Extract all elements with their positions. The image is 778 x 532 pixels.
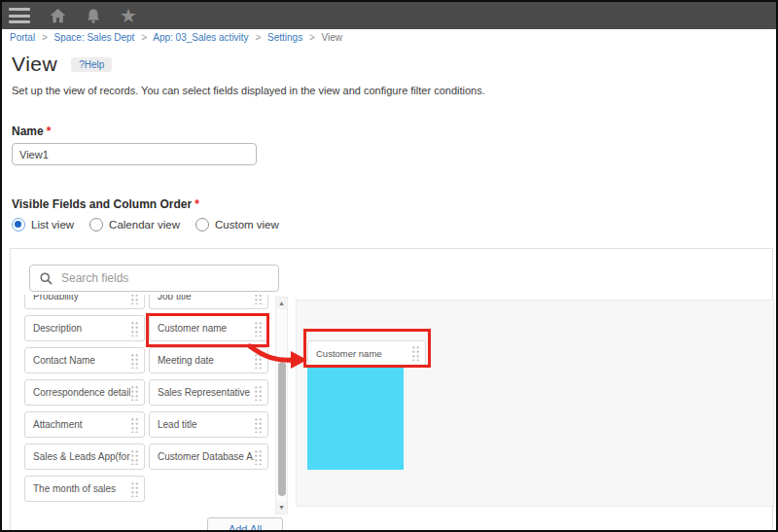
radio-button-icon[interactable] [89, 218, 103, 231]
breadcrumb-app[interactable]: App: 03_Sales activity [153, 32, 248, 43]
view-name-input[interactable] [12, 143, 257, 165]
page-description: Set up the view of records. You can sele… [12, 85, 485, 96]
star-icon[interactable]: ★ [118, 5, 139, 26]
drag-handle-icon[interactable] [254, 385, 263, 401]
field-picker-panel: Probability Description Contact Name Cor… [10, 248, 773, 532]
drag-handle-icon[interactable] [130, 353, 139, 369]
drag-handle-icon[interactable] [130, 295, 139, 304]
name-label: Name* [12, 124, 51, 138]
view-type-options: List view Calendar view Custom view [12, 218, 295, 231]
field-item-customer-name[interactable]: Customer name [149, 315, 268, 341]
scroll-down-icon[interactable]: ▼ [276, 502, 287, 514]
menu-icon[interactable] [9, 8, 30, 23]
search-icon [39, 271, 53, 286]
field-item-correspondence-details[interactable]: Correspondence details [24, 379, 145, 406]
breadcrumb-portal[interactable]: Portal [10, 32, 35, 43]
scrollbar-thumb[interactable] [278, 362, 286, 496]
field-item-month-of-sales[interactable]: The month of sales [24, 476, 145, 502]
help-link[interactable]: ?Help [71, 57, 112, 72]
add-all-button[interactable]: Add All [207, 517, 283, 532]
available-fields-list: Probability Description Contact Name Cor… [24, 295, 277, 532]
field-item-sales-representative[interactable]: Sales Representative [149, 379, 268, 406]
drag-handle-icon[interactable] [254, 353, 263, 369]
required-asterisk: * [194, 197, 199, 211]
scroll-up-icon[interactable]: ▲ [276, 298, 287, 309]
breadcrumb-space[interactable]: Space: Sales Dept [54, 32, 135, 43]
drag-handle-icon[interactable] [130, 385, 139, 401]
radio-button-icon[interactable] [195, 218, 209, 231]
drag-handle-icon[interactable] [130, 417, 139, 433]
drag-handle-icon[interactable] [254, 321, 263, 337]
drag-handle-icon[interactable] [411, 345, 420, 361]
drag-handle-icon[interactable] [130, 449, 139, 465]
bell-icon[interactable] [83, 5, 104, 26]
breadcrumb: Portal > Space: Sales Dept > App: 03_Sal… [10, 32, 342, 43]
field-list-scrollbar[interactable]: ▲ ▼ [275, 297, 288, 514]
breadcrumb-current: View [322, 32, 343, 43]
field-item-lead-title[interactable]: Lead title [149, 411, 268, 438]
field-item-probability[interactable]: Probability [24, 295, 145, 309]
radio-button-icon[interactable] [12, 218, 25, 231]
dropped-field-customer-name[interactable]: Customer name [307, 340, 426, 366]
field-item-attachment[interactable]: Attachment [24, 411, 145, 438]
drag-handle-icon[interactable] [130, 321, 139, 337]
radio-custom-view[interactable]: Custom view [195, 218, 279, 231]
field-item-meeting-date[interactable]: Meeting date [149, 347, 268, 373]
field-item-contact-name[interactable]: Contact Name [24, 347, 145, 373]
page-title: View [12, 53, 57, 76]
drop-placeholder [307, 368, 404, 470]
visible-fields-label: Visible Fields and Column Order* [12, 197, 199, 211]
search-fields-input[interactable] [61, 271, 278, 285]
search-fields-box[interactable] [29, 265, 279, 292]
drag-handle-icon[interactable] [130, 481, 139, 497]
radio-calendar-view[interactable]: Calendar view [89, 218, 180, 231]
drag-handle-icon[interactable] [254, 295, 263, 304]
view-settings-page: ★ Portal > Space: Sales Dept > App: 03_S… [0, 0, 778, 532]
required-asterisk: * [47, 124, 52, 138]
topbar: ★ [2, 2, 776, 29]
drag-handle-icon[interactable] [254, 449, 263, 465]
home-icon[interactable] [47, 5, 68, 26]
field-item-job-title[interactable]: Job title [149, 295, 268, 309]
breadcrumb-settings[interactable]: Settings [267, 32, 302, 43]
field-item-description[interactable]: Description [24, 315, 145, 341]
radio-list-view[interactable]: List view [12, 218, 74, 231]
field-item-sales-leads-app[interactable]: Sales & Leads App(for... [24, 443, 145, 470]
field-item-customer-database[interactable]: Customer Database A... [149, 443, 268, 470]
drag-handle-icon[interactable] [254, 417, 263, 433]
